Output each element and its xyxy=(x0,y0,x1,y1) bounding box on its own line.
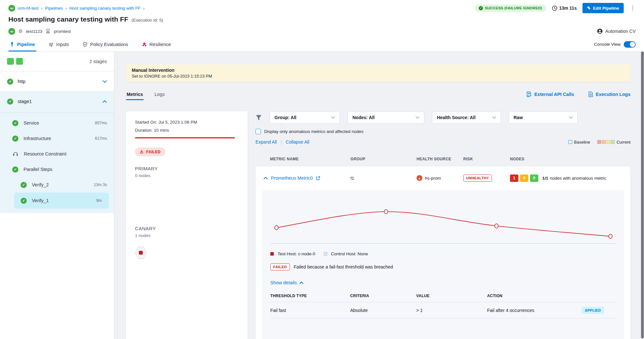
divider: | xyxy=(281,139,282,145)
more-options-menu[interactable] xyxy=(630,4,636,12)
edit-pipeline-button[interactable]: ✎ Edit Pipeline xyxy=(582,3,623,13)
show-details-link[interactable]: Show details xyxy=(270,280,616,285)
primary-label: PRIMARY xyxy=(135,166,239,171)
success-check-icon: ✓ xyxy=(21,198,27,204)
sidebar-step-verify2[interactable]: ✓ Verify_2 13m 3s xyxy=(0,177,114,193)
chevron-down-icon[interactable] xyxy=(102,80,107,83)
metric-table-header: METRIC NAME GROUP HEALTH SOURCE RISK NOD… xyxy=(255,157,630,161)
applied-badge: APPLIED xyxy=(582,307,604,314)
chevron-down-icon xyxy=(492,116,496,119)
metric-chart-panel: Test Host: c-node-0 Control Host: None F… xyxy=(262,190,624,339)
collapse-chevron-up-icon[interactable] xyxy=(264,177,268,180)
external-link-icon[interactable] xyxy=(316,176,320,180)
breadcrumb-project[interactable]: srm-hf-test xyxy=(18,6,39,11)
elapsed-time: 13m 11s xyxy=(552,5,577,11)
baseline-swatch xyxy=(568,140,572,144)
stage-status-squares xyxy=(7,58,23,65)
sidebar-stage-stage1[interactable]: ✓ stage1 xyxy=(0,92,114,111)
chevron-up-icon[interactable] xyxy=(102,100,107,103)
metric-line-chart[interactable] xyxy=(270,199,616,247)
threshold-criteria: Absolute xyxy=(350,308,416,313)
tab-logs[interactable]: Logs xyxy=(154,89,165,100)
sidebar-stage1-section: ✓ stage1 ✓ Service 857ms ✓ Infrastructur… xyxy=(0,92,114,213)
group-filter-select[interactable]: Group: All xyxy=(270,111,340,124)
failure-reason-row: FAILED Failed because a fail-fast thresh… xyxy=(270,263,616,270)
success-check-icon: ✓ xyxy=(12,166,18,173)
anomalous-node-count: 1 xyxy=(510,174,518,182)
filter-funnel-icon[interactable] xyxy=(255,115,262,121)
status-badge: ✓ SUCCESS (FAILURE IGNORED) xyxy=(475,5,546,12)
threshold-row: Fail fast Absolute > 1 Fail after 4 occu… xyxy=(270,302,616,318)
metric-row: Prometheus Metric0 f1 ▲ hs-prom UNHEALTH… xyxy=(255,166,630,190)
threshold-value: > 1 xyxy=(416,308,487,313)
risk-badge: UNHEALTHY xyxy=(463,174,492,182)
sidebar-step-parallel-steps[interactable]: ✓ Parallel Steps xyxy=(0,162,114,177)
expand-all-link[interactable]: Expand All xyxy=(255,139,277,145)
verification-summary-card: Started On: Jul 5, 2023 1:06 PM Duration… xyxy=(126,111,248,339)
sidebar-step-service[interactable]: ✓ Service 857ms xyxy=(0,115,114,131)
success-check-icon: ✓ xyxy=(12,120,18,126)
console-tabs: Metrics Logs API External API Calls Exec… xyxy=(126,87,630,102)
banner-message: Set to IGNORE on 05-Jul-2023 1:15:23 PM xyxy=(132,74,625,79)
sidebar-stage-http[interactable]: ✓ http xyxy=(0,71,114,92)
sidebar-step-infrastructure[interactable]: ✓ Infrastructure 617ms xyxy=(0,131,114,146)
started-on: Started On: Jul 5, 2023 1:06 PM xyxy=(135,120,239,125)
collapse-all-link[interactable]: Collapse All xyxy=(286,139,309,145)
current-swatches xyxy=(597,140,615,144)
health-source-filter-select[interactable]: Health Source: All xyxy=(432,111,501,124)
primary-node-count: 0 nodes xyxy=(135,173,239,178)
nodes-filter-select[interactable]: Nodes: All xyxy=(348,111,424,124)
tab-policy-evaluations[interactable]: Policy Evaluations xyxy=(81,37,130,51)
execution-sidebar: 2 stages ✓ http ✓ stage1 ✓ Service 857ms… xyxy=(0,52,114,339)
legend-control-host: Control Host: None xyxy=(324,251,368,256)
execution-logs-link[interactable]: Execution Logs xyxy=(588,91,630,97)
sidebar-step-verify1[interactable]: ✓ Verify_1 9m xyxy=(14,193,109,209)
tab-pipeline[interactable]: Pipeline xyxy=(8,37,36,51)
pencil-icon: ✎ xyxy=(587,5,591,11)
monitored-service-name[interactable]: promtest xyxy=(54,29,71,34)
page-title: Host sampling canary testing with FF xyxy=(8,15,128,23)
legend-baseline: Baseline xyxy=(568,140,590,145)
chevron-up-icon xyxy=(299,281,303,284)
node-counts: 1 0 0 1/1 nodes with anomalous metric xyxy=(510,174,622,182)
main-tabbar: Pipeline Inputs Policy Evaluations Resil… xyxy=(0,37,644,52)
canary-node-hexagon[interactable] xyxy=(135,246,147,259)
tab-resilience[interactable]: Resilience xyxy=(140,37,172,51)
failure-reason: Failed because a fail-fast threshold was… xyxy=(294,264,393,269)
breadcrumb-pipelines[interactable]: Pipelines xyxy=(45,6,63,11)
breadcrumb-pipeline-name[interactable]: Host sampling canary testing with FF xyxy=(69,6,140,11)
canary-label: CANARY xyxy=(135,226,239,231)
chevron-right-icon: › xyxy=(41,6,43,11)
service-name[interactable]: test1123 xyxy=(26,29,42,34)
verification-duration: Duration: 10 mins xyxy=(135,128,239,133)
vertical-scrollbar[interactable] xyxy=(640,51,644,339)
console-view-toggle[interactable] xyxy=(624,41,636,48)
metric-filters: Group: All Nodes: All Health Source: All… xyxy=(255,111,630,124)
banner-title: Manual Intervention xyxy=(132,68,625,73)
success-check-icon: ✓ xyxy=(479,6,483,10)
inputs-icon xyxy=(49,42,54,47)
prometheus-icon: ▲ xyxy=(417,175,422,181)
tab-inputs[interactable]: Inputs xyxy=(47,37,71,51)
anomalous-only-checkbox[interactable] xyxy=(255,129,261,134)
test-host-swatch xyxy=(270,252,274,256)
threshold-table: THRESHOLD TYPE CRITERIA VALUE ACTION Fai… xyxy=(270,294,616,318)
resource-constraint-icon xyxy=(12,151,19,157)
external-api-calls-link[interactable]: API External API Calls xyxy=(526,91,574,98)
step-duration: 857ms xyxy=(95,121,107,125)
chevron-down-icon xyxy=(569,116,573,119)
sidebar-step-resource-constraint[interactable]: Resource Constraint xyxy=(0,146,114,162)
anomalous-only-label: Display only anomalous metrics and affec… xyxy=(264,129,363,134)
gear-icon: ⚙ xyxy=(18,28,23,34)
warning-triangle-icon: ⚠ xyxy=(140,149,144,154)
harness-logo-icon: ∞ xyxy=(8,5,15,12)
view-mode-select[interactable]: Raw xyxy=(509,111,578,124)
nodes-ratio-text: nodes with anomalous metric xyxy=(550,176,606,181)
scrollbar-thumb[interactable] xyxy=(641,52,644,338)
tab-metrics[interactable]: Metrics xyxy=(126,89,144,100)
success-check-icon: ✓ xyxy=(7,99,13,105)
healthy-node-count: 0 xyxy=(530,174,538,182)
metric-name-link[interactable]: Prometheus Metric0 xyxy=(271,175,313,181)
page-header: ∞ srm-hf-test › Pipelines › Host samplin… xyxy=(0,0,644,35)
document-icon xyxy=(588,91,593,97)
